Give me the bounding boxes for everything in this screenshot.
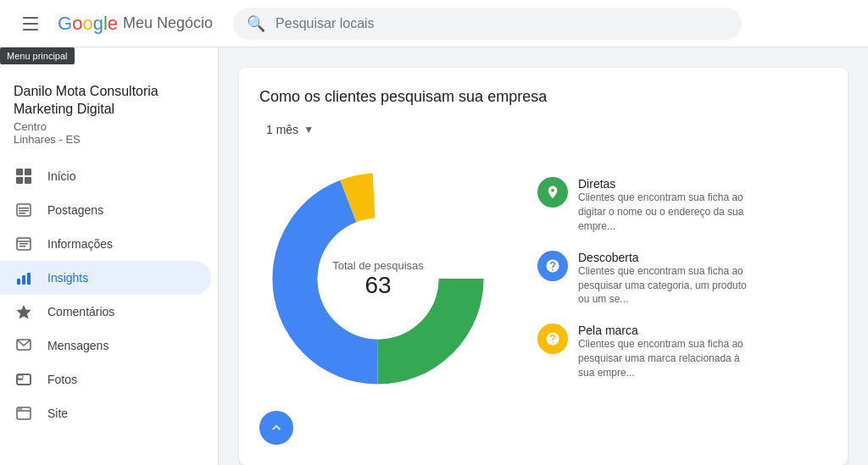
sidebar-item-fotos[interactable]: Fotos (0, 363, 211, 396)
sidebar: Menu principal Danilo Mota Consultoria M… (0, 47, 219, 465)
business-info: Danilo Mota Consultoria Marketing Digita… (0, 69, 218, 152)
svg-rect-1 (25, 169, 31, 175)
post-icon (14, 202, 34, 219)
svg-rect-6 (19, 210, 29, 212)
svg-rect-10 (19, 243, 28, 245)
legend-title-diretas: Diretas (578, 177, 748, 191)
donut-total-value: 63 (332, 272, 424, 299)
business-name: Danilo Mota Consultoria Marketing Digita… (14, 83, 204, 119)
legend-text-diretas: Diretas Clientes que encontram sua ficha… (578, 177, 748, 233)
sidebar-item-label-insights: Insights (47, 271, 88, 285)
sidebar-item-label-inicio: Início (47, 169, 75, 183)
svg-rect-7 (19, 213, 25, 214)
descoberta-icon (537, 251, 568, 281)
menu-tooltip: Menu principal (0, 47, 75, 64)
legend-item-descoberta: Descoberta Clientes que encontram sua fi… (537, 251, 748, 307)
donut-chart: Total de pesquisas 63 (259, 160, 497, 397)
card-title: Como os clientes pesquisam sua empresa (259, 88, 827, 106)
sidebar-item-mensagens[interactable]: Mensagens (0, 329, 211, 363)
svg-rect-0 (16, 169, 23, 175)
site-icon (14, 405, 34, 422)
sidebar-item-informacoes[interactable]: Informações (0, 227, 211, 261)
message-icon (14, 337, 34, 354)
sidebar-item-inicio[interactable]: Início (0, 159, 211, 193)
hamburger-icon (23, 17, 38, 30)
search-bar: 🔍 (233, 8, 742, 40)
legend-text-descoberta: Descoberta Clientes que encontram sua fi… (578, 251, 748, 307)
star-icon (14, 303, 34, 320)
photo-icon (14, 371, 34, 388)
svg-rect-11 (19, 246, 25, 247)
sidebar-item-label-comentarios: Comentários (47, 305, 114, 318)
chart-area: Total de pesquisas 63 Diret (259, 160, 827, 397)
topbar: Google Meu Negócio 🔍 (0, 0, 868, 47)
legend-item-diretas: Diretas Clientes que encontram sua ficha… (537, 177, 748, 233)
legend-desc-pela-marca: Clientes que encontram sua ficha ao pesq… (578, 337, 748, 379)
donut-total-label: Total de pesquisas (332, 259, 424, 272)
legend-title-descoberta: Descoberta (578, 251, 748, 264)
diretas-icon (537, 177, 568, 208)
insights-card: Como os clientes pesquisam sua empresa 1… (239, 68, 848, 465)
sidebar-item-site[interactable]: Site (0, 396, 211, 430)
nav-list: Início Postagens (0, 159, 218, 430)
donut-center: Total de pesquisas 63 (332, 259, 424, 299)
google-logo: Google (58, 13, 118, 35)
svg-point-23 (19, 408, 20, 410)
sidebar-item-label-fotos: Fotos (47, 373, 77, 386)
legend-desc-descoberta: Clientes que encontram sua ficha ao pesq… (578, 264, 748, 307)
app-name: Meu Negócio (123, 14, 213, 32)
pela-marca-icon (537, 324, 568, 354)
sidebar-item-label-postagens: Postagens (47, 203, 103, 217)
legend-title-pela-marca: Pela marca (578, 324, 748, 337)
sidebar-item-label-informacoes: Informações (47, 237, 113, 251)
sidebar-item-comentarios[interactable]: Comentários (0, 295, 211, 329)
svg-rect-13 (22, 275, 25, 285)
svg-rect-5 (19, 208, 29, 209)
sidebar-item-label-mensagens: Mensagens (47, 339, 108, 352)
legend-desc-diretas: Clientes que encontram sua ficha ao digi… (578, 191, 748, 233)
sidebar-item-insights[interactable]: Insights (0, 261, 211, 295)
search-input[interactable] (275, 16, 728, 31)
svg-rect-14 (27, 273, 31, 285)
main-layout: Menu principal Danilo Mota Consultoria M… (0, 47, 868, 465)
search-icon: 🔍 (247, 14, 265, 33)
content-area: Como os clientes pesquisam sua empresa 1… (219, 47, 868, 465)
bottom-circle-icon (259, 411, 293, 445)
svg-rect-12 (17, 279, 20, 285)
info-icon (14, 235, 34, 252)
bottom-indicator (259, 411, 827, 445)
bar-chart-icon (14, 269, 34, 286)
grid-icon (14, 168, 34, 185)
business-area: Centro (14, 120, 204, 133)
filter-row: 1 mês ▼ (259, 119, 827, 140)
legend-text-pela-marca: Pela marca Clientes que encontram sua fi… (578, 324, 748, 379)
legend: Diretas Clientes que encontram sua ficha… (537, 177, 748, 379)
svg-rect-3 (25, 177, 31, 184)
filter-label: 1 mês (266, 123, 298, 136)
sidebar-item-label-site: Site (47, 407, 68, 420)
business-location: Linhares - ES (14, 133, 204, 146)
legend-item-pela-marca: Pela marca Clientes que encontram sua fi… (537, 324, 748, 379)
sidebar-item-postagens[interactable]: Postagens (0, 193, 211, 227)
menu-button[interactable] (14, 7, 47, 41)
period-filter[interactable]: 1 mês ▼ (259, 119, 320, 140)
svg-rect-2 (16, 177, 23, 184)
chevron-down-icon: ▼ (303, 124, 314, 136)
svg-rect-20 (18, 375, 23, 379)
svg-point-24 (20, 408, 22, 410)
svg-marker-15 (17, 305, 31, 319)
